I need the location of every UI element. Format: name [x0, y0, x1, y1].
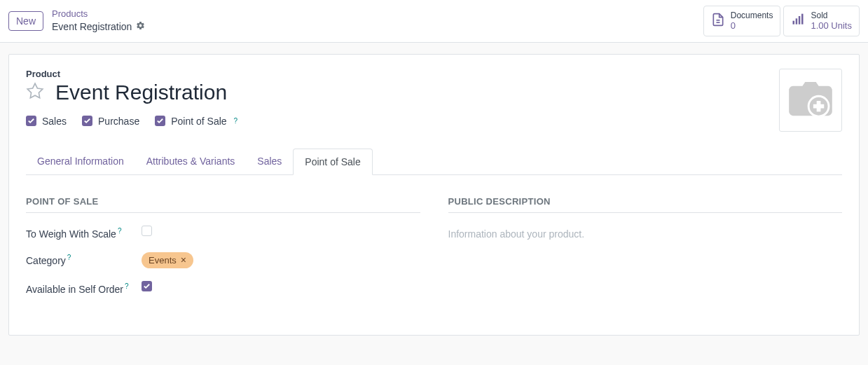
public-description-input[interactable]: Information about your product. [448, 226, 843, 242]
content-wrap: Product Event Registration Sales [0, 43, 868, 347]
sold-label: Sold [811, 11, 852, 20]
tab-content: POINT OF SALE To Weigh With Scale? Categ… [26, 175, 842, 307]
pos-label: Point of Sale [171, 116, 226, 127]
title-row: Event Registration [26, 81, 779, 104]
product-card: Product Event Registration Sales [8, 54, 860, 336]
svg-rect-4 [799, 16, 801, 25]
category-tag-events[interactable]: Events × [142, 252, 193, 268]
top-bar: New Products Event Registration Document… [0, 0, 868, 43]
documents-stat-text: Documents 0 [731, 11, 773, 32]
pos-help-icon[interactable]: ? [234, 117, 238, 125]
tab-attributes-variants[interactable]: Attributes & Variants [135, 149, 247, 174]
weigh-value [142, 226, 420, 236]
star-icon[interactable] [26, 82, 44, 102]
pos-checkbox[interactable] [155, 116, 165, 126]
category-value[interactable]: Events × [142, 252, 420, 268]
category-tag-remove-icon[interactable]: × [181, 255, 186, 265]
self-order-field-row: Available in Self Order? [26, 281, 420, 295]
pos-check-item: Point of Sale ? [155, 116, 237, 127]
public-desc-title: PUBLIC DESCRIPTION [448, 196, 843, 213]
gear-icon[interactable] [136, 20, 145, 33]
weigh-checkbox[interactable] [142, 226, 152, 236]
card-top: Product Event Registration Sales [26, 69, 842, 132]
weigh-help-icon[interactable]: ? [118, 227, 122, 235]
tab-point-of-sale[interactable]: Point of Sale [293, 149, 372, 175]
checks-row: Sales Purchase Point of Sale ? [26, 116, 779, 127]
breadcrumb-current-text: Event Registration [52, 20, 132, 33]
product-name-input[interactable]: Event Registration [55, 81, 227, 104]
category-tag-label: Events [149, 255, 177, 266]
sales-checkbox[interactable] [26, 116, 36, 126]
left-column: POINT OF SALE To Weigh With Scale? Categ… [26, 196, 420, 307]
sold-value: 1.00 Units [811, 20, 852, 32]
sold-stat-button[interactable]: Sold 1.00 Units [783, 6, 860, 36]
right-column: PUBLIC DESCRIPTION Information about you… [448, 196, 843, 307]
top-left: New Products Event Registration [8, 8, 145, 33]
breadcrumb: Products Event Registration [52, 8, 145, 33]
tabs-row: General Information Attributes & Variant… [26, 149, 842, 175]
product-small-label: Product [26, 69, 779, 79]
product-image-upload[interactable] [779, 69, 842, 132]
purchase-label: Purchase [98, 116, 139, 127]
tab-general-information[interactable]: General Information [26, 149, 135, 174]
camera-plus-icon [789, 82, 832, 118]
top-right-stats: Documents 0 Sold 1.00 Units [703, 6, 860, 36]
pos-section-title: POINT OF SALE [26, 196, 420, 213]
self-order-value [142, 281, 420, 291]
card-header-left: Product Event Registration Sales [26, 69, 779, 127]
document-icon [711, 13, 725, 29]
new-button[interactable]: New [8, 11, 43, 31]
sales-check-item: Sales [26, 116, 67, 127]
sold-stat-text: Sold 1.00 Units [811, 11, 852, 32]
svg-rect-3 [796, 19, 798, 25]
purchase-check-item: Purchase [82, 116, 139, 127]
documents-label: Documents [731, 11, 773, 20]
category-field-row: Category? Events × [26, 252, 420, 268]
self-order-label: Available in Self Order? [26, 281, 142, 295]
sales-label: Sales [42, 116, 67, 127]
breadcrumb-current: Event Registration [52, 20, 145, 33]
weigh-label: To Weigh With Scale? [26, 226, 142, 240]
self-order-help-icon[interactable]: ? [125, 282, 129, 290]
svg-rect-5 [801, 14, 804, 25]
svg-marker-6 [27, 84, 43, 99]
self-order-checkbox[interactable] [142, 281, 152, 291]
tab-sales[interactable]: Sales [246, 149, 293, 174]
category-label: Category? [26, 252, 142, 266]
documents-value: 0 [731, 20, 773, 32]
category-help-icon[interactable]: ? [67, 254, 71, 261]
breadcrumb-parent-link[interactable]: Products [52, 8, 145, 20]
bars-icon [791, 13, 805, 29]
documents-stat-button[interactable]: Documents 0 [703, 6, 781, 36]
weigh-field-row: To Weigh With Scale? [26, 226, 420, 240]
purchase-checkbox[interactable] [82, 116, 92, 126]
svg-rect-9 [813, 104, 824, 109]
svg-rect-2 [793, 21, 795, 25]
